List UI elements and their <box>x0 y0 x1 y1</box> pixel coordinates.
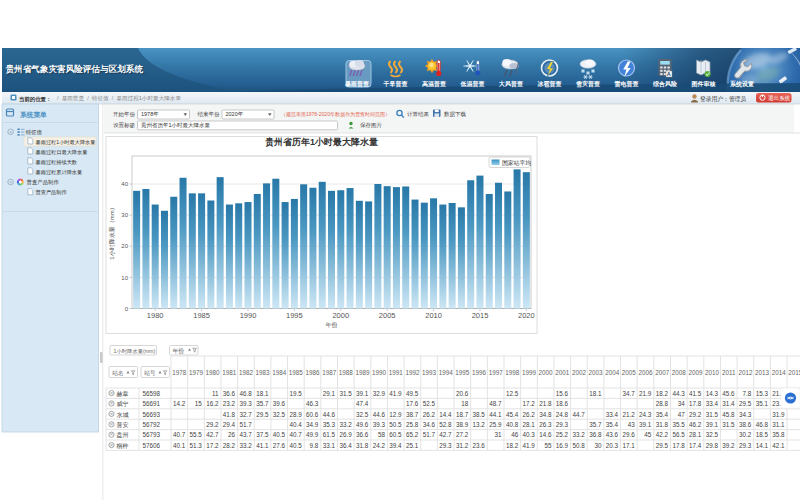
svg-text:1990: 1990 <box>240 311 257 320</box>
svg-text:1996: 1996 <box>472 369 487 376</box>
svg-text:56693: 56693 <box>143 411 161 418</box>
svg-text:33.4: 33.4 <box>606 411 619 418</box>
svg-text:23.2: 23.2 <box>223 400 236 407</box>
svg-text:61.5: 61.5 <box>323 431 336 438</box>
svg-text:45: 45 <box>644 431 652 438</box>
svg-text:25.8: 25.8 <box>406 421 419 428</box>
svg-text:28.9: 28.9 <box>289 411 302 418</box>
svg-text:高温普查: 高温普查 <box>422 80 446 88</box>
svg-text:2010: 2010 <box>705 369 720 376</box>
svg-text:45.4: 45.4 <box>506 411 519 418</box>
svg-text:计算结果: 计算结果 <box>407 111 430 117</box>
svg-text:2007: 2007 <box>655 369 670 376</box>
svg-text:33.2: 33.2 <box>239 442 252 449</box>
svg-text:2020年: 2020年 <box>226 111 244 117</box>
svg-text:年份: 年份 <box>173 347 185 354</box>
svg-text:年份: 年份 <box>326 321 338 329</box>
svg-text:33.2: 33.2 <box>339 421 352 428</box>
svg-text:47.4: 47.4 <box>356 400 369 407</box>
svg-text:1985: 1985 <box>193 311 210 320</box>
svg-text:46.8: 46.8 <box>239 390 252 397</box>
svg-text:34.3: 34.3 <box>739 411 752 418</box>
svg-text:开始年份: 开始年份 <box>113 111 136 118</box>
svg-text:42.2: 42.2 <box>656 431 669 438</box>
svg-text:31.8: 31.8 <box>656 421 669 428</box>
svg-text:46.3: 46.3 <box>306 400 319 407</box>
svg-text:43: 43 <box>628 421 636 428</box>
svg-text:16.2: 16.2 <box>206 400 219 407</box>
svg-text:49.9: 49.9 <box>306 431 319 438</box>
svg-text:35.7: 35.7 <box>589 421 602 428</box>
svg-text:1994: 1994 <box>439 369 454 376</box>
svg-text:设置标题: 设置标题 <box>113 122 136 129</box>
svg-text:贵州省历年1小时最大降水量: 贵州省历年1小时最大降水量 <box>265 137 378 147</box>
svg-text:39.1: 39.1 <box>639 421 652 428</box>
svg-text:2001: 2001 <box>555 369 570 376</box>
svg-text:暴雨普查: 暴雨普查 <box>344 80 369 88</box>
svg-text:29.2: 29.2 <box>206 421 219 428</box>
svg-text:贵州省气象灾害风险评估与区划系统: 贵州省气象灾害风险评估与区划系统 <box>6 64 144 74</box>
svg-text:32.9: 32.9 <box>373 390 386 397</box>
svg-text:40.7: 40.7 <box>289 431 302 438</box>
svg-text:1982: 1982 <box>239 369 254 376</box>
svg-text:普查产品制作: 普查产品制作 <box>27 179 60 186</box>
svg-text:2015: 2015 <box>788 369 800 376</box>
svg-text:52.8: 52.8 <box>439 421 452 428</box>
svg-text:低温普查: 低温普查 <box>460 80 485 88</box>
svg-text:35.4: 35.4 <box>606 421 619 428</box>
svg-text:×: × <box>9 179 12 185</box>
svg-text:退出系统: 退出系统 <box>768 94 791 102</box>
svg-text:34.6: 34.6 <box>423 421 436 428</box>
svg-text:39.2: 39.2 <box>722 442 735 449</box>
svg-text:40.3: 40.3 <box>523 431 536 438</box>
svg-text:2015: 2015 <box>472 311 489 320</box>
svg-text:/ 暴雨普查 / 特征值 / 暴雨过程1小时最大降: / 暴雨普查 / 特征值 / 暴雨过程1小时最大降水量 <box>57 95 181 102</box>
svg-text:特征值: 特征值 <box>26 129 43 136</box>
svg-text:23.6: 23.6 <box>473 442 486 449</box>
svg-text:威宁: 威宁 <box>117 400 129 407</box>
svg-text:17.2: 17.2 <box>523 400 536 407</box>
svg-text:32.7: 32.7 <box>239 411 252 418</box>
svg-text:60.6: 60.6 <box>306 411 319 418</box>
svg-text:47: 47 <box>678 411 686 418</box>
svg-text:2000: 2000 <box>332 311 349 320</box>
svg-text:1小时降水量（mm）: 1小时降水量（mm） <box>108 204 116 259</box>
svg-text:40.7: 40.7 <box>173 431 186 438</box>
svg-text:26.2: 26.2 <box>423 411 436 418</box>
svg-text:1995: 1995 <box>286 311 303 320</box>
svg-text:42.7: 42.7 <box>439 431 452 438</box>
svg-text:33.1: 33.1 <box>323 442 336 449</box>
svg-text:18.1: 18.1 <box>256 390 269 397</box>
svg-text:31.5: 31.5 <box>706 411 719 418</box>
svg-text:43.6: 43.6 <box>606 431 619 438</box>
svg-text:14.2: 14.2 <box>173 400 186 407</box>
svg-text:14.3: 14.3 <box>706 390 719 397</box>
svg-text:39.6: 39.6 <box>273 400 286 407</box>
svg-text:44.7: 44.7 <box>572 411 585 418</box>
svg-text:2008: 2008 <box>672 369 687 376</box>
svg-text:40.8: 40.8 <box>506 421 519 428</box>
svg-text:31.8: 31.8 <box>356 442 369 449</box>
svg-text:（规范采用1978-2020年数据作为普查时间范围）: （规范采用1978-2020年数据作为普查时间范围） <box>281 111 390 118</box>
svg-text:登录用户：管理员: 登录用户：管理员 <box>700 95 747 103</box>
svg-text:当前的位置：: 当前的位置： <box>19 96 51 103</box>
svg-text:44.6: 44.6 <box>323 411 336 418</box>
svg-text:18.7: 18.7 <box>456 411 469 418</box>
svg-text:40.1: 40.1 <box>173 442 186 449</box>
svg-text:站号: 站号 <box>144 370 156 377</box>
svg-text:42.7: 42.7 <box>206 431 219 438</box>
svg-text:2013: 2013 <box>755 369 770 376</box>
svg-text:暴雨过程持续天数: 暴雨过程持续天数 <box>36 159 78 166</box>
svg-text:×: × <box>110 390 114 396</box>
svg-text:普查产品制作: 普查产品制作 <box>36 189 68 196</box>
svg-text:数据下载: 数据下载 <box>444 111 467 118</box>
svg-text:44.1: 44.1 <box>489 411 502 418</box>
svg-text:25.1: 25.1 <box>406 442 419 449</box>
svg-text:50.8: 50.8 <box>572 442 585 449</box>
svg-text:1小时降水量(mm): 1小时降水量(mm) <box>114 348 156 354</box>
svg-text:17.1: 17.1 <box>622 442 635 449</box>
svg-text:40.5: 40.5 <box>289 442 302 449</box>
svg-text:28.2: 28.2 <box>223 442 236 449</box>
svg-text:36.8: 36.8 <box>589 431 602 438</box>
svg-text:21.2: 21.2 <box>622 411 635 418</box>
